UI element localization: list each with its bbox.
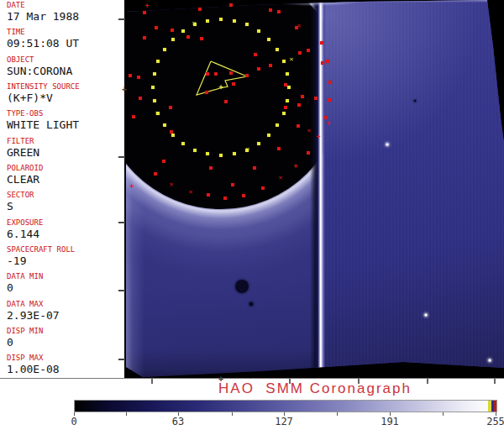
red-fiducial-dot (277, 10, 281, 13)
red-fiducial-dot (269, 64, 272, 67)
metadata-field-type-obs: TYPE-OBSWHITE LIGHT (0, 108, 124, 135)
instrument-title: HAO SMM Coronagraph (126, 380, 504, 397)
colorbar-tick-label: 255 (486, 416, 504, 427)
metadata-sidebar: DATE17 Mar 1988TIME09:51:08 UTOBJECTSUN:… (0, 0, 124, 380)
field-label: INTENSITY SOURCE (7, 82, 124, 92)
yellow-ring-dot (286, 99, 289, 102)
left-axis-tick (118, 156, 125, 158)
red-fiducial-dot (242, 194, 245, 197)
field-label: SPACECRAFT ROLL (7, 245, 124, 254)
metadata-field-time: TIME09:51:08 UT (0, 27, 124, 54)
yellow-ring-dot (163, 123, 166, 127)
field-label: DATA MIN (7, 272, 124, 281)
yellow-ring-dot (219, 18, 223, 21)
yellow-x-mark: ✕ (155, 110, 160, 117)
red-fiducial-dot (137, 76, 140, 79)
metadata-field-exposure: EXPOSURE6.144 (0, 218, 124, 244)
field-value: 09:51:08 UT (7, 37, 124, 50)
red-fiducial-dot (223, 197, 227, 200)
colorbar-tick-label: 63 (172, 416, 184, 427)
yellow-ring-dot (219, 154, 223, 157)
metadata-field-disp-max: DISP MAX1.00E-08 (0, 353, 124, 380)
coronagraph-image: +++++✕✕✕✕✕✕✕✕✕+ (126, 0, 504, 378)
colorbar-minor-tick (126, 412, 127, 416)
yellow-ring-dot (233, 152, 236, 155)
red-fiducial-dot (245, 74, 249, 77)
yellow-ring-dot (156, 60, 160, 63)
field-label: DATE (7, 1, 124, 10)
field-label: DISP MIN (7, 327, 124, 336)
dark-spot (249, 302, 254, 307)
field-label: EXPOSURE (7, 218, 124, 228)
red-plus-mark: + (145, 3, 150, 9)
red-plus-mark: + (317, 134, 321, 140)
yellow-ring-dot (151, 86, 155, 89)
field-value: 0 (7, 281, 124, 294)
yellow-ring-dot (267, 134, 270, 137)
yellow-ring-dot (163, 48, 166, 51)
metadata-field-data-min: DATA MIN0 (0, 271, 124, 298)
red-fiducial-dot (253, 166, 256, 170)
sun-center-mark: + (218, 83, 223, 91)
left-axis-suncenter-plus: + (122, 85, 127, 93)
yellow-ring-dot (286, 72, 289, 76)
red-fiducial-dot (321, 61, 324, 65)
yellow-ring-dot (257, 29, 260, 33)
red-x-mark: ✕ (297, 23, 302, 29)
left-axis-line (124, 0, 126, 379)
red-fiducial-dot (229, 3, 233, 7)
red-fiducial-dot (205, 91, 208, 94)
red-plus-mark: + (130, 183, 134, 190)
red-fiducial-dot (326, 60, 329, 63)
red-fiducial-dot (162, 160, 165, 163)
field-label: DISP MAX (7, 354, 124, 363)
yellow-ring-dot (171, 38, 175, 41)
field-value: WHITE LIGHT (7, 118, 124, 131)
bottom-axis-tick (494, 379, 496, 384)
colorbar-tick-label: 127 (275, 416, 293, 427)
metadata-field-sector: SECTORS (0, 190, 124, 217)
left-axis-tick (118, 222, 125, 223)
field-value: 17 Mar 1988 (7, 10, 124, 23)
field-value: GREEN (7, 146, 124, 159)
yellow-x-mark: ✕ (290, 56, 294, 63)
metadata-field-filter: FILTERGREEN (0, 136, 124, 163)
field-value: -19 (7, 254, 124, 267)
red-x-mark: ✕ (307, 128, 312, 134)
field-value: 1.00E-08 (7, 363, 124, 375)
red-fiducial-dot (277, 147, 281, 150)
red-fiducial-dot (209, 166, 213, 170)
red-fiducial-dot (231, 183, 234, 186)
yellow-ring-dot (153, 99, 156, 102)
red-fiducial-dot (224, 100, 228, 103)
red-fiducial-dot (143, 11, 146, 14)
red-fiducial-dot (200, 37, 203, 40)
field-label: DATA MAX (7, 300, 124, 309)
field-label: TYPE-OBS (7, 109, 124, 118)
field-value: S (7, 200, 124, 212)
red-fiducial-dot (171, 29, 174, 32)
intensity-colorbar (74, 400, 497, 412)
fiducial-marker-layer: +++++✕✕✕✕✕✕✕✕✕+ (126, 0, 504, 378)
field-value: SUN:CORONA (7, 65, 124, 77)
bottom-axis-tick (358, 379, 360, 384)
yellow-ring-dot (233, 19, 236, 23)
yellow-ring-dot (171, 134, 175, 137)
yellow-ring-dot (282, 60, 286, 63)
pointing-polygon (126, 0, 504, 378)
yellow-ring-dot (193, 149, 197, 152)
red-fiducial-dot (143, 36, 146, 39)
field-value: 2.93E-07 (7, 309, 124, 322)
red-fiducial-dot (155, 26, 158, 29)
metadata-field-intensity-source: INTENSITY SOURCE(K+F)*V (0, 81, 124, 108)
yellow-ring-dot (206, 152, 209, 155)
red-fiducial-dot (297, 103, 301, 107)
colorbar-minor-tick (232, 412, 233, 416)
yellow-x-mark: ✕ (246, 146, 250, 153)
field-label: POLAROID (7, 164, 124, 173)
yellow-ring-dot (181, 29, 185, 33)
red-fiducial-dot (154, 172, 157, 176)
field-value: 0 (7, 336, 124, 349)
red-fiducial-dot (129, 74, 132, 77)
star-point (386, 144, 389, 146)
